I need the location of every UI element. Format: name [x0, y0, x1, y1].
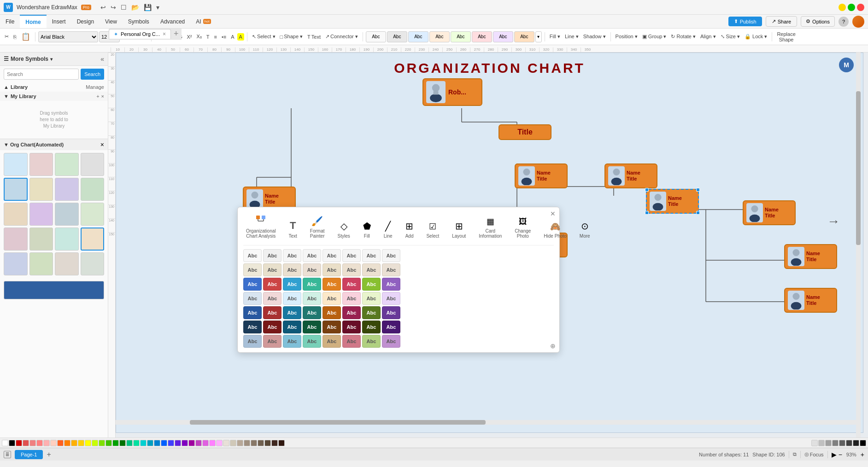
menu-ai[interactable]: AI hot: [190, 15, 216, 28]
style-cell[interactable]: Abc: [303, 306, 321, 319]
scrollbar-horizontal[interactable]: [116, 420, 856, 425]
style-cell[interactable]: Abc: [382, 335, 400, 348]
style-cell[interactable]: Abc: [303, 292, 321, 305]
page-tab-1[interactable]: Page-1: [15, 450, 43, 459]
fr-top-node[interactable]: NameTitle: [646, 189, 699, 214]
replace-shape-button[interactable]: ReplaceShape: [775, 30, 797, 43]
org-thumb-8[interactable]: [81, 178, 105, 201]
sidebar-collapse-button[interactable]: «: [100, 55, 104, 63]
my-library-header[interactable]: ▼ My Library + ×: [0, 92, 108, 101]
color-swatch[interactable]: [168, 440, 174, 446]
color-swatch[interactable]: [16, 440, 22, 446]
style-cell[interactable]: Abc: [342, 292, 361, 305]
style-swatch-7[interactable]: Abc: [493, 31, 513, 42]
add-library-button[interactable]: +: [96, 93, 99, 99]
org-thumb-18[interactable]: [29, 252, 53, 275]
user-avatar[interactable]: [852, 16, 864, 28]
float-toolbar-close[interactable]: ✕: [550, 210, 556, 217]
org-thumb-1[interactable]: [4, 153, 28, 176]
add-page-button[interactable]: +: [45, 450, 53, 459]
style-cell[interactable]: Abc: [283, 335, 301, 348]
style-cell[interactable]: Abc: [243, 306, 262, 319]
scroll-thumb-horizontal[interactable]: [190, 420, 486, 425]
library-header[interactable]: ▲ Library Manage: [0, 82, 108, 92]
options-button[interactable]: ⚙ Options: [801, 16, 835, 27]
style-cell[interactable]: Abc: [283, 292, 301, 305]
org-thumb-19[interactable]: [55, 252, 79, 275]
zoom-in-button[interactable]: +: [861, 451, 864, 458]
menu-design[interactable]: Design: [71, 15, 100, 28]
org-thumb-13[interactable]: [4, 228, 28, 251]
color-swatch[interactable]: [106, 440, 112, 446]
style-cell[interactable]: Abc: [323, 292, 341, 305]
style-cell[interactable]: Abc: [283, 321, 301, 333]
color-swatch[interactable]: [237, 440, 243, 446]
color-swatch[interactable]: [853, 440, 859, 446]
color-swatch[interactable]: [258, 440, 264, 446]
float-toolbar-expand[interactable]: ⊕: [550, 342, 556, 350]
style-swatch-8[interactable]: Abc: [514, 31, 534, 42]
style-cell[interactable]: Abc: [362, 306, 381, 319]
style-cell[interactable]: Abc: [323, 335, 341, 348]
style-cell[interactable]: Abc: [263, 292, 282, 305]
group-button[interactable]: ▣ Group ▾: [640, 33, 669, 41]
color-swatch[interactable]: [195, 440, 202, 446]
color-swatch[interactable]: [43, 440, 50, 446]
r1-node[interactable]: NameTitle: [604, 163, 657, 188]
color-swatch[interactable]: [161, 440, 167, 446]
style-cell[interactable]: Abc: [342, 278, 361, 291]
doc-tab-1[interactable]: ✦ Personal Org C... ×: [109, 29, 171, 39]
org-thumb-special[interactable]: [4, 281, 104, 299]
style-cell[interactable]: Abc: [263, 335, 282, 348]
style-cell[interactable]: Abc: [382, 278, 400, 291]
select-tool-button[interactable]: ↖ Select ▾: [250, 33, 277, 41]
style-cell[interactable]: Abc: [263, 249, 282, 262]
frc2-node[interactable]: NameTitle: [784, 244, 837, 269]
style-cell[interactable]: Abc: [382, 263, 400, 276]
color-swatch[interactable]: [2, 440, 8, 446]
org-thumb-2[interactable]: [29, 153, 53, 176]
org-thumb-14[interactable]: [29, 228, 53, 251]
color-swatch[interactable]: [126, 440, 133, 446]
org-thumb-12[interactable]: [81, 203, 105, 226]
style-cell[interactable]: Abc: [362, 321, 381, 333]
ft-card-info[interactable]: ▦ CardInformation: [476, 215, 504, 240]
color-swatch[interactable]: [860, 440, 866, 446]
style-cell[interactable]: Abc: [243, 321, 262, 333]
list-button[interactable]: ≡: [212, 33, 219, 41]
copy-button[interactable]: ⎘: [12, 33, 18, 41]
style-cell[interactable]: Abc: [323, 263, 341, 276]
menu-insert[interactable]: Insert: [47, 15, 71, 28]
style-swatch-2[interactable]: Abc: [387, 31, 407, 42]
org-thumb-16[interactable]: [81, 228, 105, 251]
color-swatch[interactable]: [839, 440, 845, 446]
text-format-button[interactable]: T: [205, 33, 211, 41]
handle-br2[interactable]: [696, 211, 700, 215]
ft-fill[interactable]: ⬟ Fill: [360, 219, 374, 240]
position-button[interactable]: Position ▾: [614, 33, 639, 41]
color-swatch[interactable]: [112, 440, 119, 446]
style-cell[interactable]: Abc: [283, 306, 301, 319]
ft-line[interactable]: ╱ Line: [381, 219, 395, 240]
style-cell[interactable]: Abc: [263, 321, 282, 333]
style-cell[interactable]: Abc: [283, 263, 301, 276]
menu-advanced[interactable]: Advanced: [155, 15, 190, 28]
zoom-level[interactable]: 93%: [844, 452, 859, 457]
color-swatch[interactable]: [264, 440, 271, 446]
ft-add[interactable]: ⊞ Add: [403, 219, 416, 240]
org-thumb-17[interactable]: [4, 252, 28, 275]
undo-button[interactable]: ↩: [99, 3, 108, 12]
color-swatch[interactable]: [182, 440, 188, 446]
color-swatch[interactable]: [36, 440, 43, 446]
color-swatch[interactable]: [209, 440, 216, 446]
highlight-button[interactable]: A: [237, 33, 244, 41]
font-family-select[interactable]: Arial Black Arial Times New Roman: [38, 31, 98, 42]
paste-button[interactable]: 📋: [19, 31, 32, 42]
color-swatch[interactable]: [147, 440, 153, 446]
menu-file[interactable]: File: [0, 15, 20, 28]
ft-hide-photo[interactable]: 🙈 Hide Photo: [541, 220, 569, 240]
handle-tl2[interactable]: [645, 188, 649, 192]
color-swatch[interactable]: [832, 440, 839, 446]
style-cell[interactable]: Abc: [323, 249, 341, 262]
style-cell[interactable]: Abc: [362, 292, 381, 305]
